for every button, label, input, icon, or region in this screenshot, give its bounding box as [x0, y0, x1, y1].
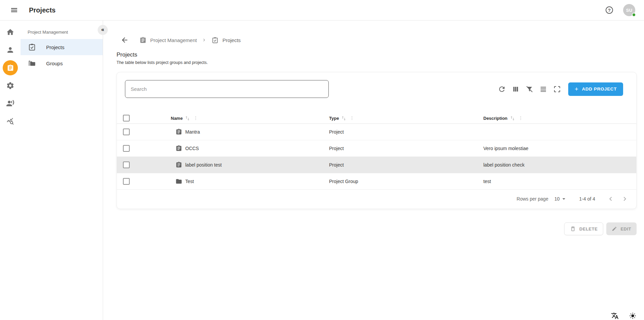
rows-per-page-label: Rows per page — [517, 196, 548, 202]
row-type: Project — [329, 162, 344, 168]
table-body: Mantra Project OCCS Project Vero ipsum m… — [117, 124, 636, 190]
delete-button[interactable]: DELETE — [564, 222, 603, 235]
clipboard-icon — [175, 162, 182, 168]
search-input[interactable] — [125, 80, 329, 98]
row-name: Mantra — [185, 129, 200, 135]
previous-page-button[interactable] — [607, 195, 615, 203]
page-title: Projects — [117, 51, 637, 58]
back-button[interactable] — [121, 36, 129, 44]
rail-item-home[interactable] — [0, 23, 21, 41]
table-row[interactable]: Mantra Project — [117, 124, 636, 140]
next-page-button[interactable] — [621, 195, 629, 203]
clipboard-check-icon — [212, 37, 219, 44]
refresh-icon[interactable] — [498, 85, 506, 93]
sidebar-item-projects[interactable]: Projects — [21, 39, 103, 55]
column-header-description: Description — [483, 116, 508, 121]
rows-per-page-value: 10 — [554, 196, 560, 202]
sidebar-panel: Project Management Projects Groups — [21, 21, 103, 320]
breadcrumb-label: Projects — [222, 37, 240, 43]
folders-icon — [28, 59, 36, 67]
clipboard-icon — [175, 129, 182, 135]
translate-icon[interactable] — [611, 312, 619, 320]
trash-icon — [570, 226, 576, 232]
row-description: label position check — [483, 162, 524, 168]
table-row[interactable]: Test Project Group test — [117, 173, 636, 190]
fullscreen-icon[interactable] — [553, 85, 561, 93]
sidebar-item-label: Projects — [46, 44, 64, 50]
icon-rail — [0, 21, 21, 320]
row-name: label position test — [185, 162, 222, 168]
app-title: Projects — [29, 6, 56, 14]
breadcrumb-item-projects[interactable]: Projects — [212, 37, 240, 44]
topbar: Projects SU — [0, 0, 644, 21]
sidebar-section-title: Project Management — [28, 30, 103, 35]
page-subtitle: The table below lists project groups and… — [117, 60, 637, 65]
sort-icon[interactable] — [510, 115, 515, 121]
breadcrumb-label: Project Management — [150, 37, 197, 43]
column-header-type: Type — [329, 116, 339, 121]
rail-item-voice[interactable] — [0, 95, 21, 112]
rail-item-analytics[interactable] — [0, 112, 21, 130]
avatar[interactable]: SU — [623, 4, 635, 16]
brightness-icon[interactable] — [629, 312, 637, 320]
clipboard-check-icon — [28, 43, 36, 51]
columns-icon[interactable] — [512, 85, 520, 93]
row-type: Project — [329, 129, 344, 135]
help-icon[interactable] — [605, 6, 614, 14]
folder-icon — [175, 178, 182, 185]
sidebar-item-groups[interactable]: Groups — [21, 55, 103, 71]
rail-item-project-management[interactable] — [0, 59, 21, 77]
chevron-right-icon — [201, 37, 207, 43]
select-all-checkbox[interactable] — [123, 115, 130, 121]
projects-table: Name Type Description — [117, 113, 636, 190]
clipboard-icon — [175, 145, 182, 152]
row-description: Vero ipsum molestiae — [483, 146, 528, 151]
rail-item-settings[interactable] — [0, 77, 21, 95]
delete-label: DELETE — [579, 226, 598, 232]
plus-icon: + — [575, 86, 579, 92]
main-content: Project Management Projects Projects The… — [103, 21, 644, 320]
add-project-button[interactable]: + ADD PROJECT — [568, 82, 623, 96]
home-icon — [6, 28, 14, 36]
online-status-dot — [632, 13, 636, 17]
row-type: Project Group — [329, 179, 358, 184]
gear-icon — [6, 81, 14, 90]
pencil-icon — [612, 226, 617, 232]
avatar-initials: SU — [626, 8, 633, 13]
pagination: Rows per page 10 1-4 of 4 — [117, 190, 636, 208]
column-menu-icon[interactable] — [349, 115, 355, 121]
active-module-badge — [3, 60, 18, 75]
add-project-label: ADD PROJECT — [582, 86, 617, 92]
row-checkbox[interactable] — [123, 162, 130, 168]
clipboard-icon — [139, 37, 147, 44]
row-checkbox[interactable] — [123, 145, 130, 152]
column-menu-icon[interactable] — [193, 115, 198, 121]
density-icon[interactable] — [539, 85, 547, 93]
column-header-name: Name — [171, 116, 183, 121]
hamburger-menu-button[interactable] — [10, 6, 18, 14]
sidebar-collapse-button[interactable]: « — [98, 25, 108, 35]
row-checkbox[interactable] — [123, 129, 130, 135]
sidebar-item-label: Groups — [46, 61, 63, 66]
sort-icon[interactable] — [185, 115, 190, 121]
sort-icon[interactable] — [341, 115, 347, 121]
corner-utilities — [611, 312, 637, 320]
breadcrumb: Project Management Projects — [117, 35, 637, 45]
table-row[interactable]: OCCS Project Vero ipsum molestiae — [117, 140, 636, 157]
edit-button[interactable]: EDIT — [606, 222, 637, 235]
table-row[interactable]: label position test Project label positi… — [117, 157, 636, 173]
column-menu-icon[interactable] — [518, 115, 523, 121]
filter-off-icon[interactable] — [525, 85, 534, 93]
breadcrumb-item-project-management[interactable]: Project Management — [139, 37, 197, 44]
record-voice-icon — [6, 99, 14, 108]
row-type: Project — [329, 146, 344, 151]
query-stats-icon — [6, 117, 14, 126]
dropdown-arrow-icon — [560, 195, 567, 202]
row-actions: DELETE EDIT — [117, 222, 637, 235]
row-name: Test — [185, 179, 194, 184]
projects-table-card: + ADD PROJECT Name Type — [117, 72, 637, 209]
edit-label: EDIT — [620, 226, 631, 232]
row-checkbox[interactable] — [123, 178, 130, 185]
rail-item-users[interactable] — [0, 41, 21, 59]
rows-per-page-select[interactable]: 10 — [554, 195, 567, 202]
